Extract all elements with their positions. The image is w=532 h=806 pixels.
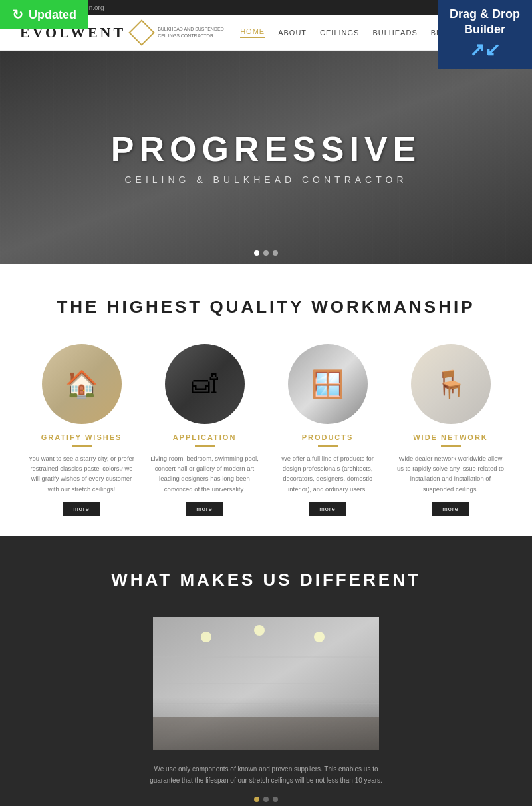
hero-dot-1[interactable] — [254, 250, 259, 256]
feature-products: 🪟 PRODUCTS We offer a full line of produ… — [273, 344, 382, 516]
room-image-3: 🪟 — [288, 344, 368, 424]
svg-point-5 — [201, 632, 211, 642]
hero-title: PROGRESSIVE — [111, 129, 422, 169]
dnd-badge: Drag & DropBuilder ↗↙ — [438, 0, 532, 69]
features-grid: 🏠 GRATIFY WISHES You want to see a starr… — [27, 344, 505, 516]
nav-about[interactable]: ABOUT — [278, 29, 307, 37]
feature-circle-3: 🪟 — [288, 344, 368, 424]
feature-circle-4: 🪑 — [411, 344, 491, 424]
hero-dot-3[interactable] — [273, 250, 278, 256]
feature-desc-4: Wide dealer network worldwide allow us t… — [396, 453, 505, 494]
feature-divider-1 — [72, 445, 92, 447]
feature-divider-3 — [318, 445, 338, 447]
nav-bulheads[interactable]: BULHEADS — [372, 29, 417, 37]
updated-badge: ↻ Updated — [0, 0, 88, 29]
svg-rect-8 — [153, 717, 379, 750]
updated-label: Updated — [29, 8, 76, 22]
logo-diamond — [128, 19, 155, 46]
feature-label-4: WIDE NETWORK — [396, 433, 505, 441]
feature-application: 🛋 APPLICATION Living room, bedroom, swim… — [150, 344, 259, 516]
arrow-icon: ↗↙ — [450, 38, 520, 62]
feature-label-2: APPLICATION — [150, 433, 259, 441]
feature-divider-4 — [441, 445, 461, 447]
nav-home[interactable]: HOME — [240, 27, 265, 38]
feature-btn-1[interactable]: more — [63, 502, 100, 516]
dark-desc: We use only components of known and prov… — [140, 763, 392, 786]
sync-icon: ↻ — [12, 7, 23, 23]
logo-sub: BULKHEAD AND SUSPENDED CEILINGS CONTRACT… — [158, 26, 224, 39]
feature-divider-2 — [195, 445, 215, 447]
dnd-label: Drag & DropBuilder — [450, 7, 520, 36]
feature-circle-2: 🛋 — [165, 344, 245, 424]
page-wrapper: ↻ Updated Drag & DropBuilder ↗↙ +45 ... … — [0, 0, 532, 806]
dark-dots — [27, 797, 505, 802]
feature-label-1: GRATIFY WISHES — [27, 433, 136, 441]
quality-title: THE HIGHEST QUALITY WORKMANSHIP — [27, 297, 505, 317]
feature-network: 🪑 WIDE NETWORK Wide dealer network world… — [396, 344, 505, 516]
feature-circle-1: 🏠 — [42, 344, 122, 424]
hero-subtitle: CEILING & BULKHEAD CONTRACTOR — [111, 174, 422, 185]
dark-section: WHAT MAKES US DIFFERENT — [0, 536, 532, 806]
feature-desc-3: We offer a full line of products for des… — [273, 453, 382, 494]
hero-dot-2[interactable] — [263, 250, 269, 256]
dark-section-title: WHAT MAKES US DIFFERENT — [27, 570, 505, 590]
room-image-2: 🛋 — [165, 344, 245, 424]
feature-desc-2: Living room, bedroom, swimming pool, con… — [150, 453, 259, 494]
svg-point-6 — [254, 625, 265, 636]
dark-dot-3[interactable] — [273, 797, 278, 802]
hero-content: PROGRESSIVE CEILING & BULKHEAD CONTRACTO… — [111, 129, 422, 185]
feature-btn-4[interactable]: more — [432, 502, 469, 516]
svg-point-7 — [314, 632, 325, 642]
quality-section: THE HIGHEST QUALITY WORKMANSHIP 🏠 GRATIF… — [0, 264, 532, 536]
nav-ceilings[interactable]: CEILINGS — [320, 29, 359, 37]
hero-dots — [254, 250, 278, 256]
feature-gratify: 🏠 GRATIFY WISHES You want to see a starr… — [27, 344, 136, 516]
dark-image-svg — [153, 617, 379, 750]
room-image-1: 🏠 — [42, 344, 122, 424]
feature-desc-1: You want to see a starry city, or prefer… — [27, 453, 136, 494]
dark-image — [153, 617, 379, 750]
hero: PROGRESSIVE CEILING & BULKHEAD CONTRACTO… — [0, 51, 532, 264]
feature-btn-2[interactable]: more — [186, 502, 223, 516]
feature-label-3: PRODUCTS — [273, 433, 382, 441]
dark-dot-1[interactable] — [254, 797, 259, 802]
dark-dot-2[interactable] — [263, 797, 269, 802]
room-image-4: 🪑 — [411, 344, 491, 424]
feature-btn-3[interactable]: more — [309, 502, 346, 516]
